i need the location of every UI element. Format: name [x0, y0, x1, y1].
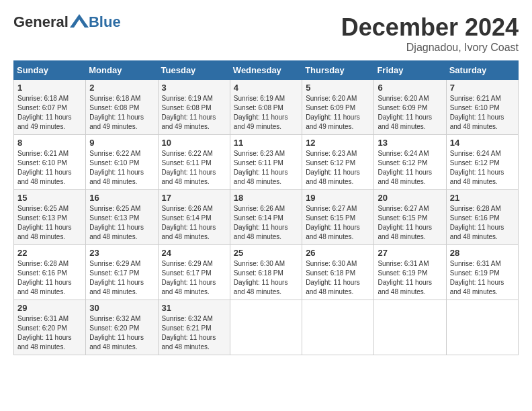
day-info: Sunrise: 6:26 AMSunset: 6:14 PMDaylight:… — [162, 204, 226, 242]
day-number: 27 — [378, 248, 442, 258]
calendar-header-row: SundayMondayTuesdayWednesdayThursdayFrid… — [14, 61, 519, 80]
calendar-table: SundayMondayTuesdayWednesdayThursdayFrid… — [13, 60, 519, 355]
calendar-day-cell: 28Sunrise: 6:31 AMSunset: 6:19 PMDayligh… — [446, 245, 518, 300]
day-info: Sunrise: 6:18 AMSunset: 6:08 PMDaylight:… — [89, 94, 154, 132]
day-number: 31 — [162, 303, 226, 313]
day-number: 22 — [17, 248, 82, 258]
calendar-day-cell: 1Sunrise: 6:18 AMSunset: 6:07 PMDaylight… — [14, 80, 86, 135]
logo-icon — [70, 14, 89, 30]
calendar-day-cell: 5Sunrise: 6:20 AMSunset: 6:09 PMDaylight… — [302, 80, 374, 135]
logo-text: General Blue — [13, 13, 121, 31]
day-info: Sunrise: 6:24 AMSunset: 6:12 PMDaylight:… — [450, 149, 515, 187]
day-info: Sunrise: 6:30 AMSunset: 6:18 PMDaylight:… — [234, 259, 298, 297]
calendar-day-cell — [230, 300, 302, 355]
header-monday: Monday — [86, 61, 158, 80]
day-number: 7 — [450, 83, 515, 93]
calendar-day-cell: 31Sunrise: 6:32 AMSunset: 6:21 PMDayligh… — [158, 300, 230, 355]
day-number: 15 — [17, 193, 82, 203]
day-info: Sunrise: 6:22 AMSunset: 6:10 PMDaylight:… — [89, 149, 154, 187]
calendar-day-cell: 3Sunrise: 6:19 AMSunset: 6:08 PMDaylight… — [158, 80, 230, 135]
day-info: Sunrise: 6:28 AMSunset: 6:16 PMDaylight:… — [450, 204, 515, 242]
header-thursday: Thursday — [302, 61, 374, 80]
day-info: Sunrise: 6:20 AMSunset: 6:09 PMDaylight:… — [306, 94, 370, 132]
day-number: 24 — [162, 248, 226, 258]
calendar-week-row: 15Sunrise: 6:25 AMSunset: 6:13 PMDayligh… — [14, 190, 519, 245]
day-info: Sunrise: 6:27 AMSunset: 6:15 PMDaylight:… — [378, 204, 442, 242]
calendar-day-cell: 26Sunrise: 6:30 AMSunset: 6:18 PMDayligh… — [302, 245, 374, 300]
day-number: 11 — [234, 138, 298, 148]
calendar-day-cell: 16Sunrise: 6:25 AMSunset: 6:13 PMDayligh… — [86, 190, 158, 245]
calendar-day-cell: 6Sunrise: 6:20 AMSunset: 6:09 PMDaylight… — [374, 80, 446, 135]
day-number: 18 — [234, 193, 298, 203]
page-header: General Blue December 2024 Djagnadou, Iv… — [13, 13, 519, 54]
calendar-day-cell: 19Sunrise: 6:27 AMSunset: 6:15 PMDayligh… — [302, 190, 374, 245]
calendar-day-cell: 29Sunrise: 6:31 AMSunset: 6:20 PMDayligh… — [14, 300, 86, 355]
calendar-day-cell: 20Sunrise: 6:27 AMSunset: 6:15 PMDayligh… — [374, 190, 446, 245]
title-block: December 2024 Djagnadou, Ivory Coast — [341, 13, 519, 54]
day-info: Sunrise: 6:20 AMSunset: 6:09 PMDaylight:… — [378, 94, 442, 132]
day-number: 6 — [378, 83, 442, 93]
calendar-day-cell: 2Sunrise: 6:18 AMSunset: 6:08 PMDaylight… — [86, 80, 158, 135]
day-info: Sunrise: 6:27 AMSunset: 6:15 PMDaylight:… — [306, 204, 370, 242]
location-subtitle: Djagnadou, Ivory Coast — [341, 42, 519, 54]
calendar-day-cell: 30Sunrise: 6:32 AMSunset: 6:20 PMDayligh… — [86, 300, 158, 355]
header-saturday: Saturday — [446, 61, 518, 80]
day-number: 2 — [89, 83, 154, 93]
day-info: Sunrise: 6:22 AMSunset: 6:11 PMDaylight:… — [162, 149, 226, 187]
day-number: 29 — [17, 303, 82, 313]
calendar-day-cell: 13Sunrise: 6:24 AMSunset: 6:12 PMDayligh… — [374, 135, 446, 190]
calendar-week-row: 1Sunrise: 6:18 AMSunset: 6:07 PMDaylight… — [14, 80, 519, 135]
day-number: 5 — [306, 83, 370, 93]
day-info: Sunrise: 6:25 AMSunset: 6:13 PMDaylight:… — [89, 204, 154, 242]
logo: General Blue — [13, 13, 121, 31]
calendar-day-cell: 14Sunrise: 6:24 AMSunset: 6:12 PMDayligh… — [446, 135, 518, 190]
day-info: Sunrise: 6:19 AMSunset: 6:08 PMDaylight:… — [234, 94, 298, 132]
calendar-week-row: 22Sunrise: 6:28 AMSunset: 6:16 PMDayligh… — [14, 245, 519, 300]
calendar-day-cell: 25Sunrise: 6:30 AMSunset: 6:18 PMDayligh… — [230, 245, 302, 300]
day-info: Sunrise: 6:21 AMSunset: 6:10 PMDaylight:… — [450, 94, 515, 132]
calendar-week-row: 29Sunrise: 6:31 AMSunset: 6:20 PMDayligh… — [14, 300, 519, 355]
day-info: Sunrise: 6:30 AMSunset: 6:18 PMDaylight:… — [306, 259, 370, 297]
day-number: 19 — [306, 193, 370, 203]
day-info: Sunrise: 6:23 AMSunset: 6:12 PMDaylight:… — [306, 149, 370, 187]
day-info: Sunrise: 6:29 AMSunset: 6:17 PMDaylight:… — [89, 259, 154, 297]
day-number: 26 — [306, 248, 370, 258]
header-wednesday: Wednesday — [230, 61, 302, 80]
calendar-day-cell: 22Sunrise: 6:28 AMSunset: 6:16 PMDayligh… — [14, 245, 86, 300]
calendar-day-cell — [302, 300, 374, 355]
calendar-day-cell: 8Sunrise: 6:21 AMSunset: 6:10 PMDaylight… — [14, 135, 86, 190]
day-number: 16 — [89, 193, 154, 203]
month-title: December 2024 — [341, 13, 519, 42]
day-info: Sunrise: 6:21 AMSunset: 6:10 PMDaylight:… — [17, 149, 82, 187]
calendar-day-cell: 11Sunrise: 6:23 AMSunset: 6:11 PMDayligh… — [230, 135, 302, 190]
calendar-day-cell: 21Sunrise: 6:28 AMSunset: 6:16 PMDayligh… — [446, 190, 518, 245]
day-number: 1 — [17, 83, 82, 93]
day-number: 21 — [450, 193, 515, 203]
logo-blue: Blue — [89, 13, 121, 31]
calendar-day-cell: 23Sunrise: 6:29 AMSunset: 6:17 PMDayligh… — [86, 245, 158, 300]
day-number: 10 — [162, 138, 226, 148]
day-info: Sunrise: 6:23 AMSunset: 6:11 PMDaylight:… — [234, 149, 298, 187]
calendar-day-cell: 24Sunrise: 6:29 AMSunset: 6:17 PMDayligh… — [158, 245, 230, 300]
day-number: 4 — [234, 83, 298, 93]
day-number: 14 — [450, 138, 515, 148]
day-info: Sunrise: 6:18 AMSunset: 6:07 PMDaylight:… — [17, 94, 82, 132]
day-number: 3 — [162, 83, 226, 93]
calendar-day-cell — [446, 300, 518, 355]
day-number: 17 — [162, 193, 226, 203]
day-number: 8 — [17, 138, 82, 148]
calendar-day-cell: 15Sunrise: 6:25 AMSunset: 6:13 PMDayligh… — [14, 190, 86, 245]
calendar-day-cell: 18Sunrise: 6:26 AMSunset: 6:14 PMDayligh… — [230, 190, 302, 245]
header-friday: Friday — [374, 61, 446, 80]
header-sunday: Sunday — [14, 61, 86, 80]
calendar-day-cell: 10Sunrise: 6:22 AMSunset: 6:11 PMDayligh… — [158, 135, 230, 190]
day-number: 13 — [378, 138, 442, 148]
day-number: 9 — [89, 138, 154, 148]
day-info: Sunrise: 6:26 AMSunset: 6:14 PMDaylight:… — [234, 204, 298, 242]
calendar-day-cell: 7Sunrise: 6:21 AMSunset: 6:10 PMDaylight… — [446, 80, 518, 135]
day-info: Sunrise: 6:31 AMSunset: 6:19 PMDaylight:… — [378, 259, 442, 297]
day-number: 20 — [378, 193, 442, 203]
day-number: 25 — [234, 248, 298, 258]
day-info: Sunrise: 6:32 AMSunset: 6:21 PMDaylight:… — [162, 314, 226, 352]
calendar-day-cell: 9Sunrise: 6:22 AMSunset: 6:10 PMDaylight… — [86, 135, 158, 190]
